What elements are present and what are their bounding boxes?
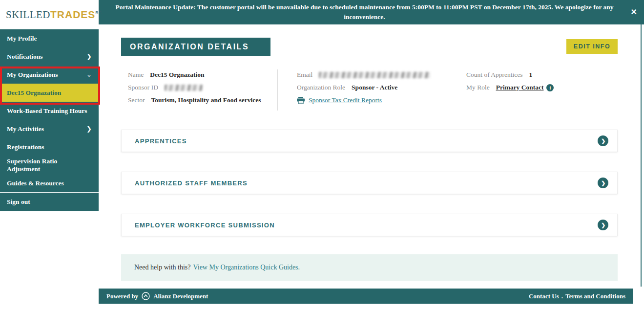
sponsor-tax-credit-reports-link[interactable]: Sponsor Tax Credit Reports [309, 96, 382, 104]
authorized-staff-members-accordion-label: AUTHORIZED STAFF MEMBERS [135, 179, 248, 187]
sponsor-id-redacted-value [165, 85, 203, 91]
apprentices-accordion-label: APPRENTICES [135, 137, 187, 145]
email-row: Email [297, 68, 443, 81]
alianz-logo-icon [142, 292, 150, 300]
name-label: Name [128, 71, 144, 79]
sidebar-item-notifications[interactable]: Notifications ❯ [0, 47, 99, 66]
count-of-apprentices-row: Count of Apprentices 1 [466, 68, 613, 81]
logo-text-trades: TRADES [50, 9, 95, 20]
sidebar-nav: My Profile Notifications ❯ My Organizati… [0, 29, 99, 211]
info-icon[interactable]: i [546, 84, 554, 91]
page-edge-divider [641, 24, 642, 287]
company-name-text: Alianz Development [153, 292, 208, 300]
sidebar-item-my-profile[interactable]: My Profile [0, 29, 99, 47]
sponsor-id-label: Sponsor ID [128, 84, 158, 91]
close-icon[interactable]: ✕ [631, 7, 637, 17]
sidebar-item-my-organizations[interactable]: My Organizations ⌄ [0, 66, 99, 84]
help-text: Need help with this? [134, 264, 190, 271]
quick-guides-link[interactable]: View My Organizations Quick Guides. [193, 264, 300, 271]
footer: Powered by Alianz Development Contact Us… [99, 289, 633, 304]
column-divider [447, 69, 447, 111]
powered-by-text: Powered by [106, 292, 138, 300]
email-redacted-value [319, 72, 430, 78]
terms-and-conditions-link[interactable]: Terms and Conditions [565, 292, 625, 300]
maintenance-banner: Portal Maintenance Update: The customer … [99, 0, 644, 24]
app-logo: SKILLEDTRADESBC [0, 0, 99, 29]
help-card: Need help with this? View My Organizatio… [121, 254, 618, 281]
name-row: Name Dec15 Orgnazation [128, 68, 274, 81]
circle-chevron-right-icon[interactable]: ❯ [598, 220, 608, 230]
logo-text-skilled: SKILLED [6, 9, 50, 21]
employer-workforce-submission-accordion[interactable]: EMPLOYER WORKFORCE SUBMISSION ❯ [121, 214, 618, 236]
sidebar-item-sign-out[interactable]: Sign out [0, 193, 99, 211]
edit-info-button[interactable]: EDIT INFO [566, 39, 618, 54]
chevron-right-icon: ❯ [86, 125, 92, 133]
circle-chevron-right-icon[interactable]: ❯ [598, 135, 608, 146]
printer-icon [297, 97, 305, 104]
my-role-label: My Role [466, 84, 490, 91]
sidebar-item-registrations[interactable]: Registrations [0, 138, 99, 156]
sidebar-item-work-based-training-hours[interactable]: Work-Based Training Hours [0, 102, 99, 120]
page-title: ORGANIZATION DETAILS [121, 38, 270, 56]
primary-contact-link[interactable]: Primary Contact [496, 84, 544, 91]
organization-role-label: Organization Role [297, 84, 345, 91]
sector-label: Sector [128, 96, 145, 104]
email-label: Email [297, 71, 312, 79]
sector-row: Sector Tourism, Hospitality and Food ser… [128, 94, 274, 107]
maintenance-banner-text: Portal Maintenance Update: The customer … [107, 2, 622, 22]
organization-role-value: Sponsor - Active [352, 84, 397, 91]
organization-role-row: Organization Role Sponsor - Active [297, 81, 443, 94]
tax-credit-row: Sponsor Tax Credit Reports [297, 94, 443, 107]
sponsor-id-row: Sponsor ID [128, 81, 274, 94]
sidebar-item-supervision-ratio-adjustment[interactable]: Supervision Ratio Adjustment [0, 156, 99, 174]
sidebar-item-guides-resources[interactable]: Guides & Resources [0, 174, 99, 192]
authorized-staff-members-accordion[interactable]: AUTHORIZED STAFF MEMBERS ❯ [121, 172, 618, 194]
sidebar-item-my-activities[interactable]: My Activities ❯ [0, 120, 99, 138]
my-role-row: My Role Primary Contact i [466, 81, 613, 94]
apprentices-accordion[interactable]: APPRENTICES ❯ [121, 130, 618, 152]
footer-separator: . [561, 292, 563, 300]
count-of-apprentices-value: 1 [529, 71, 532, 79]
sidebar-item-dec15-orgnazation[interactable]: Dec15 Orgnazation [0, 84, 99, 102]
employer-workforce-submission-accordion-label: EMPLOYER WORKFORCE SUBMISSION [135, 222, 275, 229]
logo-text-bc: BC [95, 10, 102, 15]
chevron-right-icon: ❯ [86, 53, 92, 60]
name-value: Dec15 Orgnazation [150, 71, 204, 79]
sector-value: Tourism, Hospitality and Food services [151, 96, 261, 104]
contact-us-link[interactable]: Contact Us [529, 292, 559, 300]
chevron-down-icon: ⌄ [86, 71, 92, 78]
column-divider [277, 69, 278, 111]
circle-chevron-right-icon[interactable]: ❯ [598, 178, 608, 188]
count-of-apprentices-label: Count of Apprentices [466, 71, 522, 79]
